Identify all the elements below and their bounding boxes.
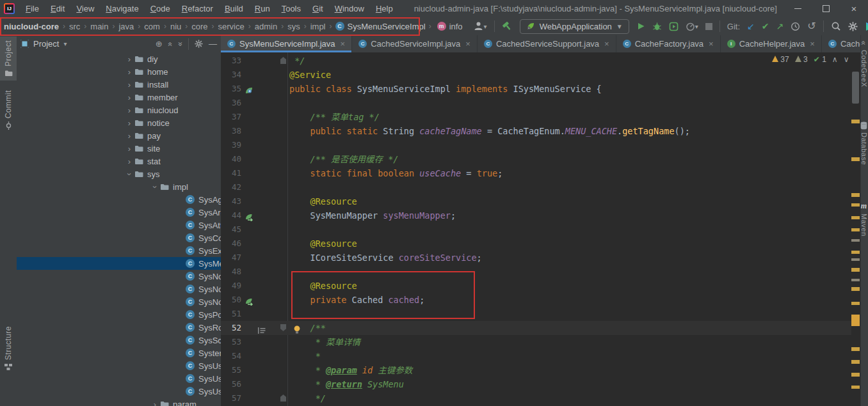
run-configuration-select[interactable]: WebAppApplication ▼ [520,19,629,34]
tree-chevron-icon[interactable]: › [150,182,160,192]
tool-stripe-project[interactable]: Project [0,36,17,81]
tree-item-SysUserRoleServ[interactable]: CSysUserRoleServ [17,372,221,385]
locate-file-icon[interactable]: ⊕ [156,39,163,49]
error-stripe-mark[interactable] [851,216,860,219]
error-stripe-mark[interactable] [851,239,860,242]
menu-git[interactable]: Git [307,0,329,17]
next-problem-icon[interactable]: ∨ [844,55,849,64]
tree-chevron-icon[interactable]: › [124,67,134,77]
tab-close-icon[interactable]: × [709,39,714,49]
grammar-indicator[interactable]: ✔ 1 [814,55,826,64]
user-icon[interactable]: ▾ [473,21,487,31]
tree-chevron-icon[interactable]: › [125,169,134,179]
menu-refactor[interactable]: Refactor [176,0,219,17]
tab-cachedserviceimpl-java[interactable]: CCachedServiceImpl.java× [352,35,478,52]
menu-help[interactable]: Help [370,0,399,17]
tab-close-icon[interactable]: × [465,39,470,49]
profiler-button[interactable]: ▾ [686,22,698,31]
menu-build[interactable]: Build [219,0,249,17]
tree-chevron-icon[interactable]: › [124,144,134,153]
error-stripe-mark[interactable] [851,157,860,161]
hide-tool-window-icon[interactable]: — [209,39,217,49]
tree-item-diy[interactable]: ›diy [17,52,221,65]
run-with-coverage-button[interactable] [669,22,679,31]
tree-item-SysAttachmentSe[interactable]: CSysAttachmentSe [17,219,221,231]
git-update-icon[interactable]: ↙ [747,22,755,31]
tree-item-member[interactable]: ›member [17,91,221,104]
menu-run[interactable]: Run [249,0,276,17]
tool-stripe-database[interactable]: Database [860,121,868,165]
project-chevron-icon[interactable]: ▾ [63,40,67,47]
error-stripe-mark[interactable] [851,315,860,326]
tab-sysmenuserviceimpl-java[interactable]: CSysMenuServiceImpl.java× [221,35,352,52]
tree-item-home[interactable]: ›home [17,65,221,78]
tree-chevron-icon[interactable]: › [150,400,160,406]
menu-navigate[interactable]: Navigate [100,0,144,17]
project-settings-gear-icon[interactable] [195,40,203,48]
error-stripe-mark[interactable] [851,360,860,364]
tab-cachedservicesupport-java[interactable]: CCachedServiceSupport.java× [478,35,616,52]
tab-close-icon[interactable]: × [604,39,609,49]
weak-warnings-indicator[interactable]: 3 [795,55,808,64]
tree-item-SysNoticeSmsLog[interactable]: CSysNoticeSmsLog [17,295,221,308]
tool-stripe-commit[interactable]: Commit [0,90,17,130]
tree-item-SysExportService[interactable]: CSysExportService [17,244,221,257]
tree-item-SysUserLogServi[interactable]: CSysUserLogServi [17,359,221,372]
tab-cachefactory-java[interactable]: CCacheFactory.java× [616,35,721,52]
error-stripe-mark[interactable] [851,302,860,305]
settings-gear-icon[interactable] [848,22,858,31]
error-stripe-mark[interactable] [851,279,860,281]
stop-button[interactable] [705,23,712,30]
git-commit-check-icon[interactable]: ✔ [762,22,769,31]
tree-item-SysConfigService[interactable]: CSysConfigService [17,231,221,244]
rollback-icon[interactable]: ↺ [807,21,816,31]
tree-item-notice[interactable]: ›notice [17,116,221,129]
menu-code[interactable]: Code [145,0,176,17]
error-stripe-mark[interactable] [851,251,860,254]
tool-stripe-structure[interactable]: Structure [0,326,17,371]
error-stripe-mark[interactable] [851,347,860,351]
debug-button[interactable] [652,22,662,31]
tree-item-param[interactable]: ›param [17,398,221,406]
tree-chevron-icon[interactable]: › [124,80,134,90]
tree-item-niucloud[interactable]: ›niucloud [17,104,221,116]
menu-tools[interactable]: Tools [276,0,307,17]
tree-item-SysPosterService[interactable]: CSysPosterService [17,308,221,321]
tree-chevron-icon[interactable]: › [124,93,134,102]
error-stripe-mark[interactable] [851,228,860,231]
history-icon[interactable] [791,22,800,31]
editor-area[interactable]: CSysMenuServiceImpl.java×CCachedServiceI… [221,35,860,406]
minimize-button[interactable] [784,0,812,17]
tree-item-SysUserServiceIm[interactable]: CSysUserServiceIm [17,385,221,398]
error-stripe-mark[interactable] [851,268,860,272]
menu-window[interactable]: Window [329,0,370,17]
tool-stripe-codegeex[interactable]: « CodeGeeX [860,38,868,87]
editor-scrollbar-thumb[interactable] [852,72,859,104]
expand-all-icon[interactable]: « [166,42,175,46]
error-stripe-mark[interactable] [851,287,860,291]
fold-marker-icon[interactable] [280,394,286,402]
menu-file[interactable]: File [20,0,45,17]
code-pane[interactable]: 33 */34@Service35public class SysMenuSer… [221,52,860,406]
tree-item-SysAgreementSe[interactable]: CSysAgreementSe [17,193,221,206]
fold-marker-icon[interactable] [280,57,286,64]
tree-item-impl[interactable]: ›impl [17,180,221,193]
tree-item-pay[interactable]: ›pay [17,129,221,142]
error-stripe-mark[interactable] [851,373,860,377]
tab-close-icon[interactable]: × [810,39,815,49]
tree-item-site[interactable]: ›site [17,142,221,155]
error-stripe-mark[interactable] [851,386,860,389]
tree-item-install[interactable]: ›install [17,78,221,91]
tab-close-icon[interactable]: × [341,39,346,49]
fold-marker-icon[interactable] [280,324,286,331]
prev-problem-icon[interactable]: ∧ [832,55,838,64]
tree-item-SysMenuServiceI[interactable]: CSysMenuServiceI [17,257,221,270]
tree-item-sys[interactable]: ›sys [17,168,221,180]
tree-item-SysRoleServiceIm[interactable]: CSysRoleServiceIm [17,321,221,334]
git-push-icon[interactable]: ↗ [776,22,784,31]
menu-edit[interactable]: Edit [45,0,70,17]
tree-chevron-icon[interactable]: › [124,157,134,166]
collapse-all-icon[interactable]: « [176,42,185,46]
tree-chevron-icon[interactable]: › [124,105,134,115]
tree-chevron-icon[interactable]: › [124,54,134,64]
